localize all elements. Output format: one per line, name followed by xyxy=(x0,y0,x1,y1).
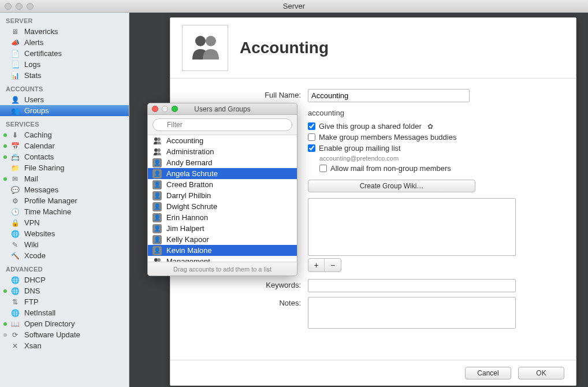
short-name-value: accounting xyxy=(308,107,559,117)
list-item[interactable]: 👤Jim Halpert xyxy=(148,223,297,234)
dhcp-icon: 🌐 xyxy=(10,276,20,285)
sidebar-item-label: Logs xyxy=(24,60,40,69)
sidebar-item-time-machine[interactable]: 🕒Time Machine xyxy=(0,206,129,217)
sidebar-item-open-directory[interactable]: 📖Open Directory xyxy=(0,318,129,329)
sidebar: SERVER🖥Mavericks📣Alerts📄Certificates📃Log… xyxy=(0,13,129,387)
group-icon xyxy=(152,147,162,157)
certificate-icon: 📄 xyxy=(10,49,20,58)
list-item[interactable]: 👤Kelly Kapoor xyxy=(148,234,297,245)
status-dot xyxy=(3,322,7,326)
sidebar-section-label: ADVANCED xyxy=(0,261,129,274)
sidebar-item-mavericks[interactable]: 🖥Mavericks xyxy=(0,26,129,37)
notes-label: Notes: xyxy=(188,297,308,307)
list-item[interactable]: 👤Dwight Schrute xyxy=(148,201,297,212)
ok-button[interactable]: OK xyxy=(518,367,564,379)
sidebar-item-groups[interactable]: 👥Groups xyxy=(0,105,129,116)
sidebar-item-software-update[interactable]: ⟳Software Update xyxy=(0,329,129,340)
sidebar-section-label: ACCOUNTS xyxy=(0,81,129,94)
add-member-button[interactable]: + xyxy=(308,259,325,271)
user-avatar-icon: 👤 xyxy=(152,246,162,255)
group-icon xyxy=(152,257,162,262)
sidebar-item-label: FTP xyxy=(24,297,39,306)
sidebar-item-profile-manager[interactable]: ⚙Profile Manager xyxy=(0,195,129,206)
sidebar-item-certificates[interactable]: 📄Certificates xyxy=(0,48,129,59)
sidebar-item-wiki[interactable]: ✎Wiki xyxy=(0,239,129,250)
sidebar-item-label: Groups xyxy=(24,106,49,115)
svg-point-1 xyxy=(206,36,216,46)
sidebar-item-label: DNS xyxy=(24,286,40,295)
user-avatar-icon: 👤 xyxy=(152,235,162,244)
list-item[interactable]: 👤Kevin Malone xyxy=(148,245,297,256)
sidebar-item-websites[interactable]: 🌐Websites xyxy=(0,228,129,239)
log-icon: 📃 xyxy=(10,60,20,69)
shared-folder-gear-icon[interactable]: ✿ xyxy=(427,122,433,131)
cancel-button[interactable]: Cancel xyxy=(465,367,511,379)
user-avatar-icon: 👤 xyxy=(152,180,162,189)
sidebar-item-stats[interactable]: 📊Stats xyxy=(0,70,129,81)
list-item[interactable]: 👤Creed Bratton xyxy=(148,179,297,190)
list-item-label: Jim Halpert xyxy=(166,224,204,233)
sidebar-item-label: NetInstall xyxy=(24,308,55,317)
sidebar-item-netinstall[interactable]: 🌐NetInstall xyxy=(0,307,129,318)
sidebar-item-users[interactable]: 👤Users xyxy=(0,94,129,105)
sidebar-item-label: Users xyxy=(24,95,44,104)
shared-folder-checkbox[interactable] xyxy=(308,122,315,130)
window-title: Server xyxy=(0,2,588,10)
sidebar-item-label: Caching xyxy=(24,131,52,139)
status-dot xyxy=(3,333,7,337)
sidebar-item-label: Certificates xyxy=(24,49,62,58)
sidebar-item-caching[interactable]: ⬇Caching xyxy=(0,129,129,140)
notes-input[interactable] xyxy=(308,297,516,329)
sidebar-item-label: DHCP xyxy=(24,276,46,284)
list-item[interactable]: 👤Andy Bernard xyxy=(148,157,297,168)
allow-nonmembers-checkbox[interactable] xyxy=(319,165,327,172)
stats-icon: 📊 xyxy=(10,71,20,80)
megaphone-icon: 📣 xyxy=(10,38,20,47)
members-list[interactable] xyxy=(308,198,516,256)
contacts-icon: 📇 xyxy=(10,152,20,162)
list-item[interactable]: 👤Erin Hannon xyxy=(148,212,297,223)
list-item[interactable]: 👤Darryl Philbin xyxy=(148,190,297,201)
mail-icon: ✉ xyxy=(10,174,20,184)
filter-input[interactable] xyxy=(152,118,292,131)
sidebar-item-file-sharing[interactable]: 📁File Sharing xyxy=(0,162,129,173)
sidebar-item-vpn[interactable]: 🔒VPN xyxy=(0,217,129,228)
od-icon: 📖 xyxy=(10,319,20,329)
list-item-label: Angela Schrute xyxy=(166,169,218,178)
sidebar-item-label: Websites xyxy=(24,229,55,238)
messages-buddies-checkbox[interactable] xyxy=(308,133,315,141)
sidebar-item-xcode[interactable]: 🔨Xcode xyxy=(0,250,129,261)
group-icon: 👥 xyxy=(10,106,20,116)
users-groups-popover: Users and Groups 🔍 AccountingAdministrat… xyxy=(147,103,297,276)
svg-point-0 xyxy=(195,36,206,46)
messages-buddies-label: Make group members Messages buddies xyxy=(319,133,456,142)
list-item[interactable]: Management xyxy=(148,256,297,262)
user-avatar-icon: 👤 xyxy=(152,191,162,200)
user-avatar-icon: 👤 xyxy=(152,169,162,178)
sidebar-item-dhcp[interactable]: 🌐DHCP xyxy=(0,274,129,285)
sidebar-item-calendar[interactable]: 📅Calendar xyxy=(0,140,129,151)
sidebar-item-label: Xsan xyxy=(24,341,42,350)
popover-title: Users and Groups xyxy=(148,105,297,113)
sidebar-item-mail[interactable]: ✉Mail xyxy=(0,173,129,184)
list-item[interactable]: Accounting xyxy=(148,135,297,146)
create-wiki-button[interactable]: Create Group Wiki… xyxy=(308,180,475,192)
group-avatar-icon xyxy=(182,25,228,71)
popover-list[interactable]: AccountingAdministration👤Andy Bernard👤An… xyxy=(148,135,297,262)
sidebar-item-logs[interactable]: 📃Logs xyxy=(0,59,129,70)
sidebar-item-messages[interactable]: 💬Messages xyxy=(0,184,129,195)
keywords-input[interactable] xyxy=(308,279,516,292)
full-name-input[interactable] xyxy=(308,89,470,102)
sidebar-item-ftp[interactable]: ⇅FTP xyxy=(0,296,129,307)
list-item[interactable]: Administration xyxy=(148,146,297,157)
remove-member-button[interactable]: − xyxy=(325,259,341,271)
sidebar-item-alerts[interactable]: 📣Alerts xyxy=(0,37,129,48)
list-item-label: Dwight Schrute xyxy=(166,202,217,211)
user-icon: 👤 xyxy=(10,95,20,105)
sidebar-item-xsan[interactable]: ✕Xsan xyxy=(0,340,129,351)
list-item[interactable]: 👤Angela Schrute xyxy=(148,168,297,179)
sidebar-item-contacts[interactable]: 📇Contacts xyxy=(0,151,129,162)
sidebar-item-dns[interactable]: 🌐DNS xyxy=(0,285,129,296)
mailing-list-checkbox[interactable] xyxy=(308,144,315,152)
list-item-label: Administration xyxy=(166,147,214,156)
